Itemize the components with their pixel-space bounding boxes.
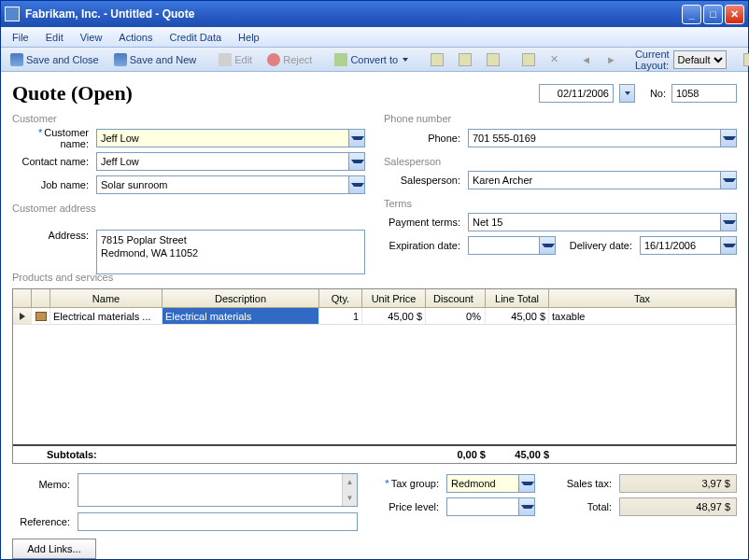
doc-icon xyxy=(431,53,444,66)
chevron-down-icon[interactable] xyxy=(348,153,364,170)
menu-credit-data[interactable]: Credit Data xyxy=(162,30,229,45)
minimize-button[interactable]: _ xyxy=(682,5,701,24)
terms-section: Terms xyxy=(384,198,737,209)
modify-layout-button[interactable]: Modify Layout xyxy=(738,50,749,69)
subtotal-value-1: 0,00 $ xyxy=(319,449,486,460)
row-icon xyxy=(32,308,50,324)
reference-label: Reference: xyxy=(12,516,78,527)
cell-qty[interactable]: 1 xyxy=(319,308,362,324)
col-discount[interactable]: Discount xyxy=(426,289,486,307)
cell-price[interactable]: 45,00 $ xyxy=(362,308,426,324)
col-qty[interactable]: Qty. xyxy=(319,289,362,307)
save-close-button[interactable]: Save and Close xyxy=(5,50,105,69)
cell-tax[interactable]: taxable xyxy=(549,308,736,324)
page-title: Quote (Open) xyxy=(12,81,539,105)
toolbar: Save and Close Save and New Edit Reject … xyxy=(1,48,748,72)
close-button[interactable]: ✕ xyxy=(725,5,744,24)
chevron-down-icon[interactable] xyxy=(720,172,736,189)
tb-icon-3[interactable] xyxy=(481,50,505,69)
chevron-down-icon[interactable] xyxy=(518,475,534,492)
layout-select[interactable]: Default xyxy=(673,50,727,69)
sales-tax-label: Sales tax: xyxy=(554,478,619,489)
menubar: File Edit View Actions Credit Data Help xyxy=(1,27,748,48)
col-description[interactable]: Description xyxy=(163,289,319,307)
payment-terms-combo[interactable]: Net 15 xyxy=(468,213,737,231)
add-links-button[interactable]: Add Links... xyxy=(12,539,96,559)
titlebar[interactable]: Fabrikam, Inc. - Untitled - Quote _ □ ✕ xyxy=(1,1,748,27)
cell-name[interactable]: Electrical materials ... xyxy=(50,308,163,324)
menu-actions[interactable]: Actions xyxy=(111,30,160,45)
subtotal-value-2: 45,00 $ xyxy=(486,449,549,460)
delivery-date-combo[interactable]: 16/11/2006 xyxy=(640,236,737,255)
chevron-down-icon[interactable] xyxy=(518,498,534,515)
job-name-combo[interactable]: Solar sunroom xyxy=(96,175,365,194)
customer-name-combo[interactable]: Jeff Low xyxy=(96,129,365,147)
quote-date-input[interactable] xyxy=(539,84,614,103)
chevron-down-icon[interactable] xyxy=(539,237,555,254)
convert-button[interactable]: Convert to xyxy=(329,50,414,69)
tb-icon-4[interactable] xyxy=(516,50,541,69)
app-icon xyxy=(5,7,20,21)
tb-next: ► xyxy=(601,51,622,68)
cell-description[interactable]: Electrical materials xyxy=(163,308,319,324)
customer-section: Customer xyxy=(12,113,365,124)
chevron-down-icon[interactable] xyxy=(720,214,736,231)
phone-combo[interactable]: 701 555-0169 xyxy=(468,129,737,147)
col-unit-price[interactable]: Unit Price xyxy=(362,289,426,307)
memo-textarea[interactable]: ▲▼ xyxy=(78,473,358,507)
subtotals-label: Subtotals: xyxy=(13,449,319,460)
quote-number-input[interactable] xyxy=(671,84,737,103)
table-row[interactable]: Electrical materials ... Electrical mate… xyxy=(13,308,736,325)
date-picker-button[interactable] xyxy=(619,84,635,103)
customer-address-section: Customer address xyxy=(12,203,365,214)
col-name[interactable]: Name xyxy=(50,289,163,307)
number-label: No: xyxy=(650,88,666,99)
job-name-label: Job name: xyxy=(12,179,96,190)
memo-label: Memo: xyxy=(12,473,78,490)
total-label: Total: xyxy=(554,501,619,512)
sales-tax-value: 3,97 $ xyxy=(619,474,737,493)
chevron-down-icon[interactable] xyxy=(720,130,736,147)
subtotal-row: Subtotals: 0,00 $ 45,00 $ xyxy=(13,444,736,463)
convert-icon xyxy=(334,53,347,66)
customer-name-label: *Customer name: xyxy=(12,127,96,149)
total-value: 48,97 $ xyxy=(619,497,737,516)
app-window: Fabrikam, Inc. - Untitled - Quote _ □ ✕ … xyxy=(0,0,749,560)
package-icon xyxy=(35,312,47,321)
col-line-total[interactable]: Line Total xyxy=(486,289,549,307)
menu-edit[interactable]: Edit xyxy=(38,30,71,45)
salesperson-combo[interactable]: Karen Archer xyxy=(468,171,737,189)
save-icon xyxy=(114,53,127,66)
arrow-right-icon xyxy=(20,313,25,320)
reject-button: Reject xyxy=(261,50,318,69)
cell-total[interactable]: 45,00 $ xyxy=(486,308,549,324)
chevron-down-icon[interactable] xyxy=(720,237,736,254)
maximize-button[interactable]: □ xyxy=(703,5,723,24)
content: Quote (Open) No: Customer *Customer name… xyxy=(1,72,748,559)
chevron-down-icon[interactable] xyxy=(348,130,364,147)
reference-input[interactable] xyxy=(78,512,358,531)
tax-group-combo[interactable]: Redmond xyxy=(446,474,535,493)
menu-file[interactable]: File xyxy=(5,30,36,45)
expiration-date-label: Expiration date: xyxy=(384,240,468,251)
save-new-button[interactable]: Save and New xyxy=(108,50,203,69)
address-box[interactable]: 7815 Poplar Street Redmond, WA 11052 xyxy=(96,230,365,274)
chevron-down-icon xyxy=(403,58,408,62)
menu-help[interactable]: Help xyxy=(231,30,267,45)
price-level-combo[interactable] xyxy=(446,497,535,516)
memo-scrollbar[interactable]: ▲▼ xyxy=(342,474,357,506)
grid-body[interactable]: Electrical materials ... Electrical mate… xyxy=(13,308,736,444)
tb-icon-2[interactable] xyxy=(453,50,477,69)
cell-discount[interactable]: 0% xyxy=(426,308,486,324)
chevron-down-icon[interactable] xyxy=(348,176,364,193)
tax-group-label: *Tax group: xyxy=(376,478,446,489)
price-level-label: Price level: xyxy=(376,501,446,512)
row-indicator xyxy=(13,308,32,324)
tb-icon-1[interactable] xyxy=(425,50,449,69)
expiration-date-combo[interactable] xyxy=(468,236,556,255)
save-icon xyxy=(10,53,23,66)
contact-name-combo[interactable]: Jeff Low xyxy=(96,152,365,171)
menu-view[interactable]: View xyxy=(73,30,110,45)
layout-label: Current Layout: xyxy=(635,49,670,71)
col-tax[interactable]: Tax xyxy=(549,289,736,307)
